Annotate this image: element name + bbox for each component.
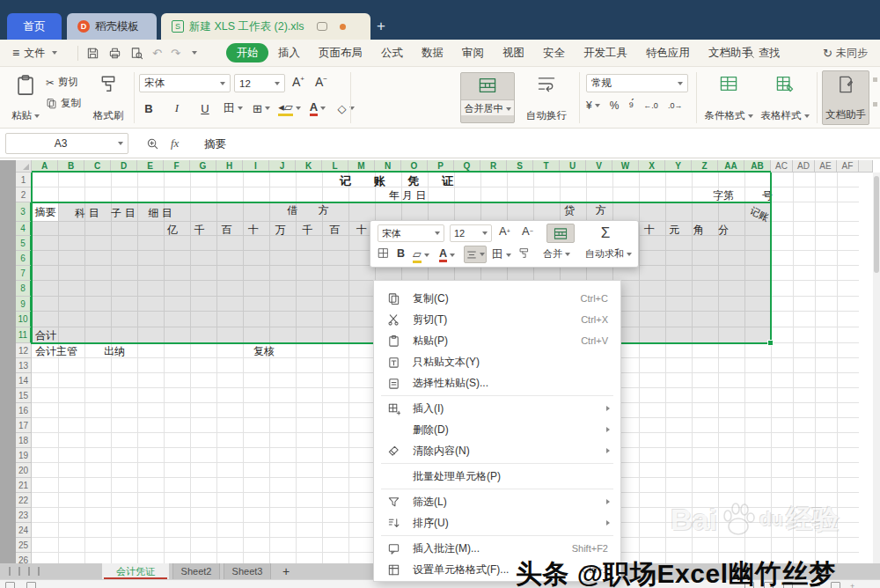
col-header-AE[interactable]: AE bbox=[815, 160, 837, 173]
col-header-AF[interactable]: AF bbox=[837, 160, 859, 173]
row-header-5[interactable]: 5 bbox=[16, 236, 32, 251]
select-all-corner[interactable] bbox=[16, 160, 32, 173]
row-header-11[interactable]: 11 bbox=[16, 327, 32, 343]
underline-button[interactable]: U bbox=[195, 99, 215, 118]
sheet-scroll-buttons[interactable] bbox=[9, 567, 40, 576]
row-header-13[interactable]: 13 bbox=[16, 358, 32, 373]
menu-item-2[interactable]: 页面布局 bbox=[319, 46, 363, 61]
table-style-button[interactable]: 表格样式 bbox=[759, 70, 811, 125]
tab-docer-templates[interactable]: D 稻壳模板 bbox=[67, 13, 157, 40]
font-name-select[interactable]: 宋体 bbox=[139, 74, 231, 92]
mini-merge-label[interactable]: 合并 bbox=[543, 247, 570, 261]
search-control[interactable]: 查找 bbox=[744, 46, 780, 61]
formula-input-value[interactable]: 摘要 bbox=[204, 137, 226, 152]
row-header-23[interactable]: 23 bbox=[16, 508, 32, 523]
context-item-排序[interactable]: 排序(U) bbox=[374, 512, 620, 533]
menu-item-1[interactable]: 插入 bbox=[278, 46, 300, 61]
fx-icon[interactable]: fx bbox=[171, 136, 179, 151]
row-header-4[interactable]: 4 bbox=[16, 222, 32, 236]
mini-font-size-select[interactable]: 12 bbox=[450, 224, 492, 242]
row-header-3[interactable]: 3 bbox=[16, 202, 32, 222]
row-header-12[interactable]: 12 bbox=[16, 343, 32, 358]
row-header-9[interactable]: 9 bbox=[16, 297, 32, 312]
font-size-select[interactable]: 12 bbox=[234, 74, 285, 92]
add-sheet-button[interactable]: + bbox=[278, 563, 294, 579]
increase-decimal-button[interactable]: ←.0 bbox=[643, 101, 658, 110]
doc-assistant-button[interactable]: 文档助手 bbox=[822, 70, 869, 125]
currency-button[interactable]: ¥ bbox=[586, 99, 600, 112]
menu-item-8[interactable]: 开发工具 bbox=[583, 46, 627, 61]
tab-home[interactable]: 首页 bbox=[7, 13, 62, 40]
mini-painter-button[interactable] bbox=[518, 247, 530, 259]
row-header-21[interactable]: 21 bbox=[16, 478, 32, 493]
percent-button[interactable]: % bbox=[610, 99, 620, 112]
row-header-14[interactable]: 14 bbox=[16, 373, 32, 388]
menu-item-5[interactable]: 审阅 bbox=[462, 46, 484, 61]
vertical-scrollbar[interactable] bbox=[873, 173, 880, 563]
clear-format-button[interactable]: ◇ bbox=[336, 99, 356, 118]
file-menu[interactable]: ≡ 文件 bbox=[12, 46, 57, 61]
conditional-format-button[interactable]: 条件格式 bbox=[702, 70, 755, 125]
name-box-dropdown-icon[interactable] bbox=[118, 142, 123, 145]
fill-color-button[interactable]: ◂▱ bbox=[280, 99, 299, 118]
context-item-清除内容[interactable]: 清除内容(N) bbox=[374, 440, 620, 461]
sync-status[interactable]: ↻ 未同步 bbox=[823, 46, 868, 61]
wrap-text-button[interactable]: 自动换行 bbox=[520, 70, 573, 125]
context-item-复制[interactable]: 复制(C)Ctrl+C bbox=[374, 288, 620, 309]
bold-button[interactable]: B bbox=[139, 99, 158, 118]
borders-button[interactable]: 田 bbox=[224, 99, 243, 118]
cell-style-button[interactable]: ⊞ bbox=[252, 99, 271, 118]
mini-decrease-font-button[interactable]: A− bbox=[522, 224, 533, 238]
quick-access-more-icon[interactable] bbox=[192, 51, 197, 55]
mini-bold-button[interactable]: B bbox=[397, 247, 405, 260]
menu-item-7[interactable]: 安全 bbox=[543, 46, 565, 61]
mini-increase-font-button[interactable]: A+ bbox=[499, 224, 510, 238]
row-header-1[interactable]: 1 bbox=[16, 173, 32, 187]
sheet-tab-sheet2[interactable]: Sheet2 bbox=[172, 563, 220, 579]
sheet-tab-active[interactable]: 会计凭证 bbox=[102, 563, 169, 579]
name-box[interactable]: A3 bbox=[5, 133, 128, 154]
decrease-font-button[interactable]: A− bbox=[315, 75, 327, 89]
mini-autosum-button[interactable]: Σ bbox=[592, 223, 619, 244]
row-header-16[interactable]: 16 bbox=[16, 403, 32, 418]
comment-bubble-icon[interactable] bbox=[317, 22, 327, 31]
merge-center-button[interactable]: 合并居中 bbox=[460, 72, 515, 123]
save-icon[interactable] bbox=[86, 47, 99, 60]
mini-fill-color-button[interactable]: ▱ bbox=[413, 247, 429, 263]
mini-merge-button[interactable] bbox=[546, 224, 575, 243]
row-header-24[interactable]: 24 bbox=[16, 523, 32, 538]
mini-borders-button[interactable]: 田 bbox=[492, 247, 511, 262]
context-item-粘贴[interactable]: 粘贴(P)Ctrl+V bbox=[374, 330, 620, 351]
undo-icon[interactable]: ↶ bbox=[152, 47, 162, 60]
font-color-button[interactable]: A bbox=[308, 99, 327, 118]
cut-button[interactable]: ✂剪切 bbox=[46, 76, 78, 89]
scrollbar-thumb[interactable] bbox=[874, 176, 879, 273]
italic-button[interactable]: I bbox=[167, 99, 187, 118]
context-item-剪切[interactable]: 剪切(T)Ctrl+X bbox=[374, 309, 620, 330]
sheet-tab-sheet3[interactable]: Sheet3 bbox=[224, 563, 271, 579]
row-header-2[interactable]: 2 bbox=[16, 187, 32, 202]
col-header-AD[interactable]: AD bbox=[793, 160, 815, 173]
row-header-17[interactable]: 17 bbox=[16, 418, 32, 433]
context-item-批量处理单元格[interactable]: 批量处理单元格(P) bbox=[374, 466, 620, 487]
menu-item-3[interactable]: 公式 bbox=[381, 46, 403, 61]
mini-font-color-button[interactable]: A bbox=[439, 247, 455, 262]
formula-search-icon[interactable] bbox=[146, 137, 159, 151]
col-header-AC[interactable]: AC bbox=[771, 160, 793, 173]
redo-icon[interactable]: ↷ bbox=[171, 47, 180, 60]
row-header-20[interactable]: 20 bbox=[16, 463, 32, 478]
mini-format-cells-icon[interactable] bbox=[378, 247, 389, 259]
mini-align-center-button[interactable] bbox=[464, 246, 487, 263]
new-tab-button[interactable]: + bbox=[377, 18, 385, 35]
increase-font-button[interactable]: A+ bbox=[292, 75, 304, 89]
row-header-19[interactable]: 19 bbox=[16, 448, 32, 463]
row-header-10[interactable]: 10 bbox=[16, 312, 32, 327]
zoom-in-icon[interactable]: + bbox=[850, 582, 854, 588]
tab-active-document[interactable]: S 新建 XLS 工作表 (2).xls bbox=[161, 13, 370, 40]
copy-button[interactable]: 复制 bbox=[46, 97, 81, 110]
row-header-7[interactable]: 7 bbox=[16, 266, 32, 281]
print-icon[interactable] bbox=[108, 47, 121, 60]
context-item-只粘贴文本[interactable]: 只粘贴文本(Y) bbox=[374, 351, 620, 372]
context-item-插入[interactable]: 插入(I) bbox=[374, 398, 620, 419]
ribbon-tab-start[interactable]: 开始 bbox=[226, 43, 268, 62]
